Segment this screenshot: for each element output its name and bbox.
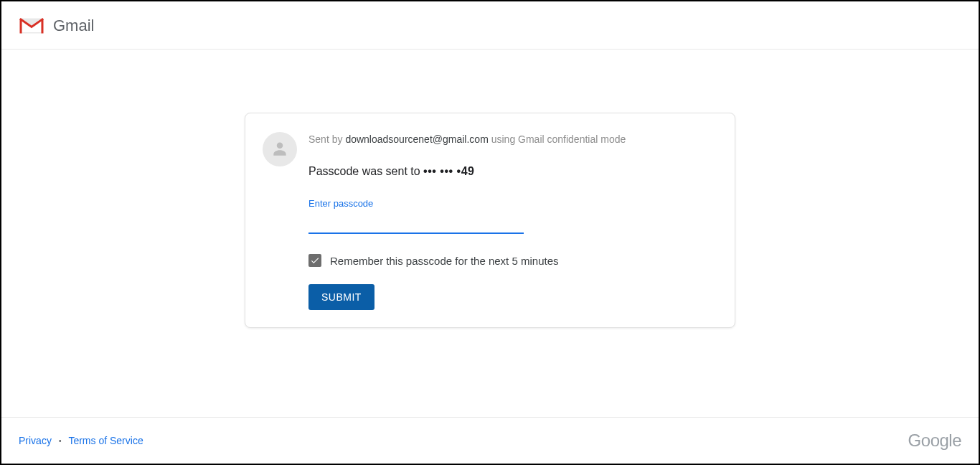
footer-links: Privacy • Terms of Service xyxy=(19,435,143,446)
google-logo: Google xyxy=(908,431,961,451)
terms-link[interactable]: Terms of Service xyxy=(68,435,143,446)
passcode-input-label: Enter passcode xyxy=(308,198,717,209)
svg-point-0 xyxy=(277,142,283,149)
privacy-link[interactable]: Privacy xyxy=(19,435,52,446)
sent-by-suffix: using Gmail confidential mode xyxy=(489,133,626,145)
check-icon xyxy=(310,255,320,266)
sender-email: downloadsourcenet@gmail.com xyxy=(345,133,488,145)
passcode-input[interactable] xyxy=(308,212,524,234)
sent-by-line: Sent by downloadsourcenet@gmail.com usin… xyxy=(308,133,717,145)
masked-phone: ••• ••• •49 xyxy=(423,165,474,177)
passcode-card: Sent by downloadsourcenet@gmail.com usin… xyxy=(245,113,735,328)
main-content: Sent by downloadsourcenet@gmail.com usin… xyxy=(1,50,979,417)
separator-dot: • xyxy=(59,437,62,445)
passcode-prefix: Passcode was sent to xyxy=(308,165,423,177)
person-icon xyxy=(268,138,291,161)
product-name: Gmail xyxy=(53,17,94,35)
sent-by-prefix: Sent by xyxy=(308,133,345,145)
remember-row: Remember this passcode for the next 5 mi… xyxy=(308,254,717,267)
gmail-icon xyxy=(19,16,44,36)
card-body: Sent by downloadsourcenet@gmail.com usin… xyxy=(308,131,717,310)
submit-button[interactable]: SUBMIT xyxy=(308,284,374,310)
avatar xyxy=(263,132,297,166)
gmail-logo: Gmail xyxy=(19,16,94,36)
remember-checkbox[interactable] xyxy=(308,254,321,267)
remember-label: Remember this passcode for the next 5 mi… xyxy=(330,255,559,267)
header: Gmail xyxy=(1,1,979,50)
footer: Privacy • Terms of Service Google xyxy=(1,417,979,464)
passcode-sent-line: Passcode was sent to ••• ••• •49 xyxy=(308,165,717,178)
